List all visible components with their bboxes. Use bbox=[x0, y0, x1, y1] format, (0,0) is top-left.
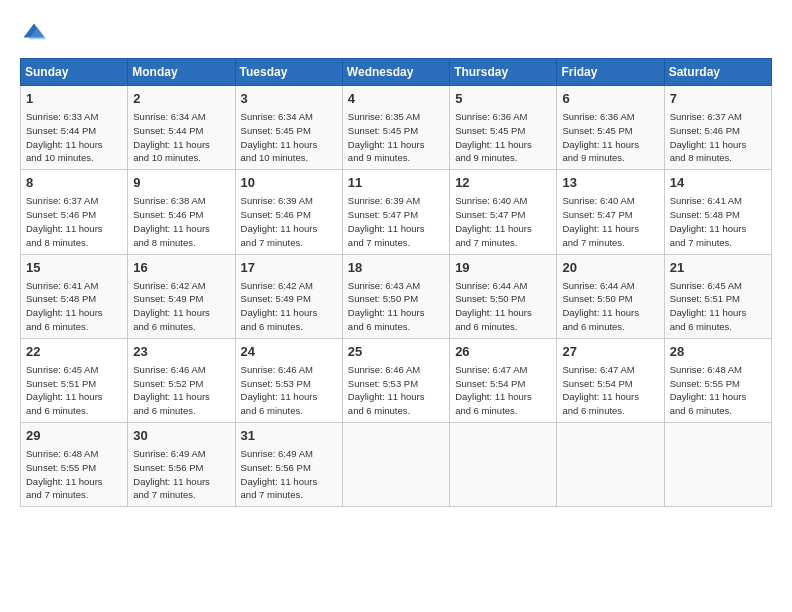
col-header-saturday: Saturday bbox=[664, 59, 771, 86]
day-cell: 15Sunrise: 6:41 AM Sunset: 5:48 PM Dayli… bbox=[21, 254, 128, 338]
day-info: Sunrise: 6:47 AM Sunset: 5:54 PM Dayligh… bbox=[455, 363, 551, 418]
day-info: Sunrise: 6:40 AM Sunset: 5:47 PM Dayligh… bbox=[562, 194, 658, 249]
day-info: Sunrise: 6:45 AM Sunset: 5:51 PM Dayligh… bbox=[26, 363, 122, 418]
col-header-friday: Friday bbox=[557, 59, 664, 86]
calendar-table: SundayMondayTuesdayWednesdayThursdayFrid… bbox=[20, 58, 772, 507]
day-number: 11 bbox=[348, 174, 444, 192]
day-info: Sunrise: 6:46 AM Sunset: 5:53 PM Dayligh… bbox=[348, 363, 444, 418]
day-cell: 18Sunrise: 6:43 AM Sunset: 5:50 PM Dayli… bbox=[342, 254, 449, 338]
day-info: Sunrise: 6:33 AM Sunset: 5:44 PM Dayligh… bbox=[26, 110, 122, 165]
day-number: 12 bbox=[455, 174, 551, 192]
day-info: Sunrise: 6:46 AM Sunset: 5:52 PM Dayligh… bbox=[133, 363, 229, 418]
day-cell: 16Sunrise: 6:42 AM Sunset: 5:49 PM Dayli… bbox=[128, 254, 235, 338]
day-info: Sunrise: 6:49 AM Sunset: 5:56 PM Dayligh… bbox=[241, 447, 337, 502]
day-number: 23 bbox=[133, 343, 229, 361]
day-number: 4 bbox=[348, 90, 444, 108]
day-number: 14 bbox=[670, 174, 766, 192]
day-info: Sunrise: 6:36 AM Sunset: 5:45 PM Dayligh… bbox=[455, 110, 551, 165]
day-number: 17 bbox=[241, 259, 337, 277]
day-info: Sunrise: 6:48 AM Sunset: 5:55 PM Dayligh… bbox=[26, 447, 122, 502]
day-number: 3 bbox=[241, 90, 337, 108]
day-info: Sunrise: 6:41 AM Sunset: 5:48 PM Dayligh… bbox=[670, 194, 766, 249]
day-cell: 6Sunrise: 6:36 AM Sunset: 5:45 PM Daylig… bbox=[557, 86, 664, 170]
day-cell: 26Sunrise: 6:47 AM Sunset: 5:54 PM Dayli… bbox=[450, 338, 557, 422]
day-cell: 11Sunrise: 6:39 AM Sunset: 5:47 PM Dayli… bbox=[342, 170, 449, 254]
day-info: Sunrise: 6:40 AM Sunset: 5:47 PM Dayligh… bbox=[455, 194, 551, 249]
day-cell: 4Sunrise: 6:35 AM Sunset: 5:45 PM Daylig… bbox=[342, 86, 449, 170]
day-number: 2 bbox=[133, 90, 229, 108]
day-cell: 27Sunrise: 6:47 AM Sunset: 5:54 PM Dayli… bbox=[557, 338, 664, 422]
page-header bbox=[20, 20, 772, 48]
day-number: 15 bbox=[26, 259, 122, 277]
day-number: 26 bbox=[455, 343, 551, 361]
logo bbox=[20, 20, 52, 48]
day-cell: 8Sunrise: 6:37 AM Sunset: 5:46 PM Daylig… bbox=[21, 170, 128, 254]
col-header-monday: Monday bbox=[128, 59, 235, 86]
day-number: 22 bbox=[26, 343, 122, 361]
day-info: Sunrise: 6:44 AM Sunset: 5:50 PM Dayligh… bbox=[562, 279, 658, 334]
day-number: 29 bbox=[26, 427, 122, 445]
day-number: 21 bbox=[670, 259, 766, 277]
day-cell: 28Sunrise: 6:48 AM Sunset: 5:55 PM Dayli… bbox=[664, 338, 771, 422]
day-info: Sunrise: 6:42 AM Sunset: 5:49 PM Dayligh… bbox=[133, 279, 229, 334]
week-row-5: 29Sunrise: 6:48 AM Sunset: 5:55 PM Dayli… bbox=[21, 423, 772, 507]
day-info: Sunrise: 6:48 AM Sunset: 5:55 PM Dayligh… bbox=[670, 363, 766, 418]
day-info: Sunrise: 6:38 AM Sunset: 5:46 PM Dayligh… bbox=[133, 194, 229, 249]
day-info: Sunrise: 6:47 AM Sunset: 5:54 PM Dayligh… bbox=[562, 363, 658, 418]
day-cell: 12Sunrise: 6:40 AM Sunset: 5:47 PM Dayli… bbox=[450, 170, 557, 254]
day-number: 13 bbox=[562, 174, 658, 192]
week-row-2: 8Sunrise: 6:37 AM Sunset: 5:46 PM Daylig… bbox=[21, 170, 772, 254]
logo-icon bbox=[20, 20, 48, 48]
day-cell bbox=[450, 423, 557, 507]
day-cell: 13Sunrise: 6:40 AM Sunset: 5:47 PM Dayli… bbox=[557, 170, 664, 254]
day-info: Sunrise: 6:45 AM Sunset: 5:51 PM Dayligh… bbox=[670, 279, 766, 334]
day-number: 1 bbox=[26, 90, 122, 108]
day-number: 18 bbox=[348, 259, 444, 277]
day-info: Sunrise: 6:41 AM Sunset: 5:48 PM Dayligh… bbox=[26, 279, 122, 334]
day-cell: 22Sunrise: 6:45 AM Sunset: 5:51 PM Dayli… bbox=[21, 338, 128, 422]
day-cell: 19Sunrise: 6:44 AM Sunset: 5:50 PM Dayli… bbox=[450, 254, 557, 338]
day-cell bbox=[342, 423, 449, 507]
day-number: 10 bbox=[241, 174, 337, 192]
day-number: 24 bbox=[241, 343, 337, 361]
day-number: 28 bbox=[670, 343, 766, 361]
day-info: Sunrise: 6:44 AM Sunset: 5:50 PM Dayligh… bbox=[455, 279, 551, 334]
day-number: 16 bbox=[133, 259, 229, 277]
day-info: Sunrise: 6:49 AM Sunset: 5:56 PM Dayligh… bbox=[133, 447, 229, 502]
day-number: 6 bbox=[562, 90, 658, 108]
day-info: Sunrise: 6:39 AM Sunset: 5:46 PM Dayligh… bbox=[241, 194, 337, 249]
day-cell: 23Sunrise: 6:46 AM Sunset: 5:52 PM Dayli… bbox=[128, 338, 235, 422]
day-number: 25 bbox=[348, 343, 444, 361]
day-cell: 2Sunrise: 6:34 AM Sunset: 5:44 PM Daylig… bbox=[128, 86, 235, 170]
day-number: 31 bbox=[241, 427, 337, 445]
day-info: Sunrise: 6:43 AM Sunset: 5:50 PM Dayligh… bbox=[348, 279, 444, 334]
day-number: 30 bbox=[133, 427, 229, 445]
day-cell: 14Sunrise: 6:41 AM Sunset: 5:48 PM Dayli… bbox=[664, 170, 771, 254]
day-cell: 17Sunrise: 6:42 AM Sunset: 5:49 PM Dayli… bbox=[235, 254, 342, 338]
day-cell: 1Sunrise: 6:33 AM Sunset: 5:44 PM Daylig… bbox=[21, 86, 128, 170]
day-info: Sunrise: 6:36 AM Sunset: 5:45 PM Dayligh… bbox=[562, 110, 658, 165]
day-cell: 5Sunrise: 6:36 AM Sunset: 5:45 PM Daylig… bbox=[450, 86, 557, 170]
day-cell: 3Sunrise: 6:34 AM Sunset: 5:45 PM Daylig… bbox=[235, 86, 342, 170]
col-header-sunday: Sunday bbox=[21, 59, 128, 86]
day-cell: 10Sunrise: 6:39 AM Sunset: 5:46 PM Dayli… bbox=[235, 170, 342, 254]
day-cell: 24Sunrise: 6:46 AM Sunset: 5:53 PM Dayli… bbox=[235, 338, 342, 422]
day-info: Sunrise: 6:34 AM Sunset: 5:44 PM Dayligh… bbox=[133, 110, 229, 165]
day-number: 8 bbox=[26, 174, 122, 192]
day-number: 27 bbox=[562, 343, 658, 361]
col-header-wednesday: Wednesday bbox=[342, 59, 449, 86]
day-cell bbox=[557, 423, 664, 507]
day-info: Sunrise: 6:42 AM Sunset: 5:49 PM Dayligh… bbox=[241, 279, 337, 334]
week-row-3: 15Sunrise: 6:41 AM Sunset: 5:48 PM Dayli… bbox=[21, 254, 772, 338]
day-info: Sunrise: 6:35 AM Sunset: 5:45 PM Dayligh… bbox=[348, 110, 444, 165]
day-info: Sunrise: 6:37 AM Sunset: 5:46 PM Dayligh… bbox=[670, 110, 766, 165]
day-info: Sunrise: 6:39 AM Sunset: 5:47 PM Dayligh… bbox=[348, 194, 444, 249]
day-number: 9 bbox=[133, 174, 229, 192]
day-info: Sunrise: 6:34 AM Sunset: 5:45 PM Dayligh… bbox=[241, 110, 337, 165]
day-info: Sunrise: 6:46 AM Sunset: 5:53 PM Dayligh… bbox=[241, 363, 337, 418]
day-number: 7 bbox=[670, 90, 766, 108]
day-cell bbox=[664, 423, 771, 507]
col-header-tuesday: Tuesday bbox=[235, 59, 342, 86]
header-row: SundayMondayTuesdayWednesdayThursdayFrid… bbox=[21, 59, 772, 86]
day-cell: 31Sunrise: 6:49 AM Sunset: 5:56 PM Dayli… bbox=[235, 423, 342, 507]
